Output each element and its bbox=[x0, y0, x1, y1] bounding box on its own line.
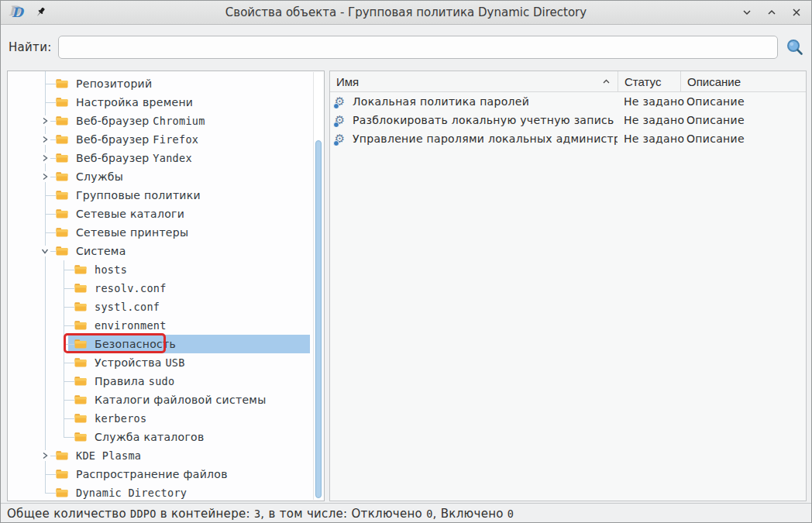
tree-panel: РепозиторийНастройка времениВеб-браузер … bbox=[7, 71, 325, 501]
tree-item-label: Настройка времени bbox=[76, 93, 193, 112]
folder-icon bbox=[56, 190, 68, 200]
tree-item-label: Веб-браузер Chromium bbox=[76, 112, 205, 130]
scrollbar-thumb[interactable] bbox=[315, 140, 322, 498]
search-label: Найти: bbox=[9, 40, 52, 54]
search-button[interactable] bbox=[785, 37, 805, 57]
column-header-status[interactable]: Статус bbox=[618, 71, 680, 91]
folder-icon bbox=[56, 115, 68, 126]
tree-connector bbox=[64, 381, 74, 382]
tree-connector bbox=[45, 214, 56, 215]
folder-icon bbox=[74, 357, 87, 367]
column-label: Описание bbox=[687, 75, 741, 88]
tree-item[interactable]: Сетевые каталоги bbox=[8, 205, 313, 223]
window-controls bbox=[740, 5, 803, 19]
tree-scrollbar[interactable] bbox=[313, 72, 323, 500]
column-label: Статус bbox=[624, 75, 661, 88]
folder-icon bbox=[74, 394, 87, 404]
shade-button[interactable] bbox=[740, 5, 754, 19]
search-bar: Найти: bbox=[1, 25, 811, 69]
chevron-up-icon bbox=[766, 7, 777, 18]
tree-connector bbox=[64, 437, 74, 438]
folder-icon bbox=[56, 246, 68, 256]
tree-connector bbox=[45, 232, 56, 233]
tree-connector bbox=[64, 363, 74, 363]
chevron-right-icon[interactable] bbox=[40, 171, 50, 182]
folder-icon bbox=[74, 301, 87, 311]
tree-item[interactable]: KDE Plasma bbox=[8, 446, 313, 465]
tree-item[interactable]: Службы bbox=[8, 167, 313, 186]
policy-table: Имя Статус Описание ⚙Локальная политика … bbox=[329, 71, 807, 501]
tree-item[interactable]: Настройка времени bbox=[8, 93, 313, 112]
policy-description: Описание bbox=[680, 132, 806, 145]
gear-icon: ⚙ bbox=[333, 95, 346, 108]
policy-status: Не задано bbox=[618, 95, 680, 108]
tree-item-label: systl.conf bbox=[95, 298, 160, 316]
folder-icon bbox=[74, 283, 87, 293]
tree-item[interactable]: Распространение файлов bbox=[8, 465, 313, 483]
chevron-down-icon[interactable] bbox=[40, 246, 50, 256]
tree-item[interactable]: Служба каталогов bbox=[8, 428, 313, 446]
folder-icon bbox=[56, 134, 68, 144]
tree-item[interactable]: Репозиторий bbox=[8, 74, 313, 93]
tree-item[interactable]: Веб-браузер Firefox bbox=[8, 130, 313, 149]
column-label: Имя bbox=[336, 75, 359, 88]
tree-item[interactable]: Безопасность bbox=[8, 335, 313, 353]
tree-item[interactable]: Устройства USB bbox=[8, 353, 313, 372]
column-header-description[interactable]: Описание bbox=[680, 71, 806, 91]
tree-item[interactable]: resolv.conf bbox=[8, 279, 313, 298]
app-logo-icon: DD bbox=[9, 5, 26, 20]
folder-icon bbox=[56, 487, 68, 497]
search-input[interactable] bbox=[58, 36, 778, 59]
tree-item[interactable]: kerberos bbox=[8, 409, 313, 428]
table-row[interactable]: ⚙Локальная политика паролейНе заданоОпис… bbox=[330, 92, 806, 111]
gear-icon: ⚙ bbox=[333, 114, 346, 127]
policy-name: Локальная политика паролей bbox=[353, 95, 529, 108]
tree-item[interactable]: Сетевые принтеры bbox=[8, 223, 313, 242]
chevron-right-icon[interactable] bbox=[40, 115, 50, 126]
tree-item[interactable]: Каталоги файловой системы bbox=[8, 391, 313, 409]
unshade-button[interactable] bbox=[765, 5, 779, 19]
main-area: РепозиторийНастройка времениВеб-браузер … bbox=[1, 69, 811, 503]
pin-icon[interactable] bbox=[33, 5, 47, 19]
tree-item[interactable]: systl.conf bbox=[8, 298, 313, 316]
titlebar: DD Свойства объекта - Групповая политика… bbox=[1, 1, 811, 25]
policy-description: Описание bbox=[680, 114, 806, 126]
policy-name-cell: ⚙Локальная политика паролей bbox=[330, 95, 618, 108]
column-header-name[interactable]: Имя bbox=[330, 71, 618, 91]
chevron-right-icon[interactable] bbox=[40, 450, 50, 461]
tree-item[interactable]: Веб-браузер Chromium bbox=[8, 112, 313, 130]
tree-item-label: Служба каталогов bbox=[95, 428, 205, 446]
tree-item-label: hosts bbox=[95, 260, 127, 279]
tree-item-label: Службы bbox=[76, 167, 123, 186]
tree-item-label: Каталоги файловой системы bbox=[95, 391, 267, 409]
policy-description: Описание bbox=[680, 95, 806, 108]
folder-icon bbox=[56, 469, 68, 479]
window-title: Свойства объекта - Групповая политика Dy… bbox=[1, 5, 811, 19]
tree-item[interactable]: environment bbox=[8, 316, 313, 335]
sort-asc-icon bbox=[601, 77, 611, 87]
tree-item[interactable]: hosts bbox=[8, 260, 313, 279]
tree-item[interactable]: Система bbox=[8, 242, 313, 260]
folder-icon bbox=[56, 97, 68, 107]
tree-item-label: KDE Plasma bbox=[76, 446, 141, 465]
tree-item[interactable]: Dynamic Directory bbox=[8, 483, 313, 501]
tree-item[interactable]: Веб-браузер Yandex bbox=[8, 149, 313, 167]
close-button[interactable] bbox=[790, 5, 803, 19]
gear-icon: ⚙ bbox=[333, 132, 346, 146]
folder-icon bbox=[56, 227, 68, 237]
table-row[interactable]: ⚙Разблокировать локальную учетную запись… bbox=[330, 111, 806, 129]
folder-icon bbox=[74, 413, 87, 423]
tree-item-label: Dynamic Directory bbox=[76, 483, 187, 501]
folder-icon bbox=[74, 320, 87, 330]
tree-item-label: Групповые политики bbox=[76, 186, 201, 205]
tree-item-label: Веб-браузер Yandex bbox=[76, 149, 192, 167]
tree-item[interactable]: Групповые политики bbox=[8, 186, 313, 205]
table-row[interactable]: ⚙Управление паролями локальных администр… bbox=[330, 129, 806, 148]
folder-icon bbox=[56, 450, 68, 460]
chevron-right-icon[interactable] bbox=[40, 134, 50, 145]
tree-connector bbox=[64, 400, 74, 401]
chevron-right-icon[interactable] bbox=[40, 153, 50, 163]
tree-item-label: Распространение файлов bbox=[76, 465, 228, 483]
tree-view: РепозиторийНастройка времениВеб-браузер … bbox=[8, 71, 324, 501]
tree-item[interactable]: Правила sudo bbox=[8, 372, 313, 391]
